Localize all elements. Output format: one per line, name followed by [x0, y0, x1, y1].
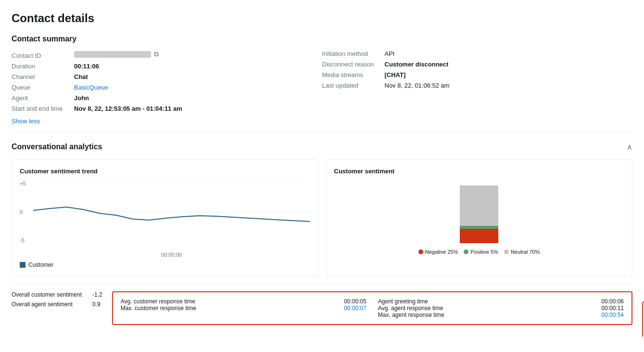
avg-agent-response-value: 00:00:11 — [601, 305, 624, 312]
channel-value: Chat — [74, 73, 88, 80]
trend-svg-area — [33, 181, 310, 243]
agent-row: Agent John — [12, 94, 322, 102]
analytics-collapse-chevron[interactable]: ∧ — [627, 143, 632, 152]
sentiment-bar-neutral — [460, 185, 498, 226]
start-end-time-row: Start and end time Nov 8, 22, 12:53:05 a… — [12, 105, 322, 112]
legend-positive-dot — [464, 249, 468, 254]
contact-id-label: Contact ID — [12, 52, 74, 59]
avg-agent-response-label: Avg. agent response time — [378, 305, 455, 312]
start-end-time-label: Start and end time — [12, 105, 74, 112]
trend-chart: +5 0 -5 00:00:00 — [20, 181, 310, 258]
overall-customer-label: Overall customer sentiment — [12, 291, 88, 298]
avg-customer-response-label: Avg. customer response time — [121, 298, 198, 305]
analytics-title: Conversational analytics — [12, 143, 102, 151]
max-customer-response-value[interactable]: 00:00:07 — [344, 305, 366, 312]
overall-agent-row: Overall agent sentiment 0.9 — [12, 301, 102, 308]
last-updated-row: Last updated Nov 8, 22, 01:06:52 am — [322, 82, 633, 89]
sentiment-trend-card: Customer sentiment trend +5 0 -5 — [12, 159, 318, 276]
legend-positive: Positive 5% — [464, 249, 498, 255]
metrics-row: Overall customer sentiment -1.2 Overall … — [12, 284, 632, 325]
y-label-mid: 0 — [20, 209, 26, 215]
charts-row: Customer sentiment trend +5 0 -5 — [12, 159, 632, 276]
legend-customer-label: Customer — [28, 261, 53, 268]
legend-positive-label: Positive 5% — [470, 249, 498, 255]
disconnect-reason-value: Customer disconnect — [385, 61, 449, 68]
legend-customer-box — [20, 262, 25, 268]
agent-label: Agent — [12, 94, 74, 102]
legend-neutral-dot — [504, 249, 509, 254]
trend-x-label: 00:00:00 — [33, 252, 310, 258]
customer-sentiment-card: Customer sentiment Negative 25% — [326, 159, 633, 276]
agent-greeting-time-row: Agent greeting time 00:00:06 — [378, 298, 624, 305]
sentiment-bar-container — [460, 185, 498, 243]
overall-agent-value: 0.9 — [92, 301, 101, 308]
media-streams-value: [CHAT] — [385, 71, 406, 78]
legend-negative-label: Negative 25% — [425, 249, 458, 255]
analytics-header: Conversational analytics ∧ — [12, 143, 632, 152]
channel-label: Channel — [12, 73, 74, 80]
agent-greeting-time-value: 00:00:06 — [601, 298, 624, 305]
avg-customer-response-value: 00:00:05 — [344, 298, 366, 305]
sentiment-legend: Negative 25% Positive 5% Neutral 70% — [418, 249, 540, 255]
overall-customer-value: -1.2 — [92, 291, 102, 298]
max-customer-response-row: Max. customer response time 00:00:07 — [121, 305, 366, 312]
metrics-box-wrapper: Avg. customer response time 00:00:05 Max… — [112, 291, 632, 325]
contact-id-container: ⧉ — [74, 50, 159, 58]
max-agent-response-value[interactable]: 00:00:54 — [601, 312, 624, 318]
disconnect-reason-label: Disconnect reason — [322, 61, 385, 68]
summary-left-col: Contact ID ⧉ Duration 00:11:06 Channel C… — [12, 50, 322, 116]
last-updated-value: Nov 8, 22, 01:06:52 am — [385, 82, 450, 89]
queue-value[interactable]: BasicQueue — [74, 84, 108, 91]
sentiment-trend-title: Customer sentiment trend — [20, 168, 310, 175]
channel-row: Channel Chat — [12, 73, 322, 80]
copy-icon[interactable]: ⧉ — [154, 50, 159, 58]
legend-neutral: Neutral 70% — [504, 249, 540, 255]
contact-id-value-blurred — [74, 51, 151, 58]
legend-negative-dot — [418, 249, 423, 254]
initiation-method-label: Initiation method — [322, 50, 385, 57]
customer-sentiment-title: Customer sentiment — [334, 168, 625, 175]
initiation-method-row: Initiation method API — [322, 50, 633, 57]
legend-negative: Negative 25% — [418, 249, 458, 255]
metrics-overall: Overall customer sentiment -1.2 Overall … — [12, 291, 112, 311]
analytics-section: Conversational analytics ∧ Customer sent… — [12, 143, 632, 325]
sentiment-bar-negative — [460, 229, 498, 243]
trend-y-labels: +5 0 -5 — [20, 181, 28, 243]
duration-label: Duration — [12, 63, 74, 70]
agent-greeting-time-label: Agent greeting time — [378, 298, 455, 305]
avg-customer-response-row: Avg. customer response time 00:00:05 — [121, 298, 366, 305]
duration-row: Duration 00:11:06 — [12, 63, 322, 70]
last-updated-label: Last updated — [322, 82, 385, 89]
summary-grid: Contact ID ⧉ Duration 00:11:06 Channel C… — [12, 50, 632, 116]
media-streams-label: Media streams — [322, 71, 385, 78]
show-less-link[interactable]: Show less — [12, 117, 40, 125]
trend-legend: Customer — [20, 261, 310, 268]
summary-right-col: Initiation method API Disconnect reason … — [322, 50, 633, 116]
page-title: Contact details — [12, 12, 632, 25]
initiation-method-value: API — [385, 50, 395, 57]
media-streams-row: Media streams [CHAT] — [322, 71, 633, 78]
sentiment-chart: Negative 25% Positive 5% Neutral 70% — [334, 181, 625, 260]
duration-value: 00:11:06 — [74, 63, 99, 70]
callout-box: Note the metrics for chat conversations.… — [642, 301, 644, 337]
agent-value: John — [74, 94, 89, 102]
metrics-right: Agent greeting time 00:00:06 Avg. agent … — [378, 298, 624, 318]
y-label-bot: -5 — [20, 237, 26, 243]
y-label-top: +5 — [20, 181, 26, 186]
max-customer-response-label: Max. customer response time — [121, 305, 198, 312]
overall-agent-label: Overall agent sentiment — [12, 301, 88, 308]
metrics-box: Avg. customer response time 00:00:05 Max… — [112, 291, 632, 325]
metrics-left: Avg. customer response time 00:00:05 Max… — [121, 298, 366, 318]
disconnect-reason-row: Disconnect reason Customer disconnect — [322, 61, 633, 68]
queue-row: Queue BasicQueue — [12, 84, 322, 91]
max-agent-response-label: Max. agent response time — [378, 312, 455, 318]
avg-agent-response-row: Avg. agent response time 00:00:11 — [378, 305, 624, 312]
overall-customer-row: Overall customer sentiment -1.2 — [12, 291, 102, 298]
contact-id-row: Contact ID ⧉ — [12, 50, 322, 59]
legend-neutral-label: Neutral 70% — [511, 249, 540, 255]
queue-label: Queue — [12, 84, 74, 91]
contact-summary-section: Contact summary Contact ID ⧉ Duration 00… — [12, 35, 632, 133]
start-end-time-value: Nov 8, 22, 12:53:05 am - 01:04:11 am — [74, 105, 182, 112]
contact-summary-title: Contact summary — [12, 35, 632, 43]
max-agent-response-row: Max. agent response time 00:00:54 — [378, 312, 624, 318]
